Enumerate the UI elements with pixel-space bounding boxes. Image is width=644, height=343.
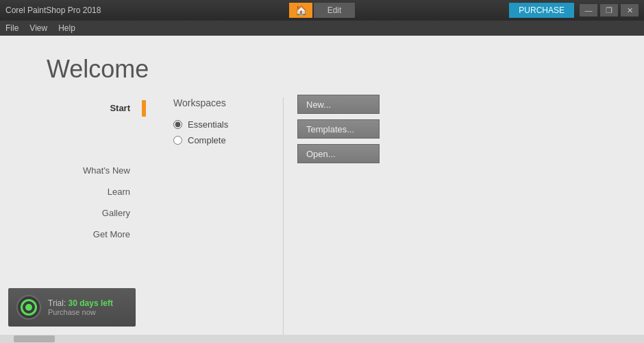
- sidebar-item-get-more[interactable]: Get More: [0, 224, 144, 245]
- sidebar-item-start[interactable]: Start: [0, 97, 144, 119]
- open-button[interactable]: Open...: [297, 144, 380, 163]
- home-button[interactable]: 🏠: [289, 3, 312, 18]
- trial-purchase-text: Purchase now: [48, 308, 127, 316]
- purchase-button[interactable]: PURCHASE: [509, 3, 574, 18]
- menu-file[interactable]: File: [5, 23, 18, 33]
- main-content: Welcome Start What's New Learn Gallery G…: [0, 36, 644, 343]
- content-area: Start What's New Learn Gallery Get More: [0, 97, 644, 335]
- sidebar-item-gallery[interactable]: Gallery: [0, 202, 144, 224]
- menu-bar: File View Help: [0, 21, 644, 36]
- sidebar-item-learn[interactable]: Learn: [0, 181, 144, 202]
- complete-option[interactable]: Complete: [173, 135, 256, 145]
- trial-icon: [16, 295, 41, 320]
- bottom-scrollbar[interactable]: [0, 335, 644, 343]
- actions-panel: New... Templates... Open...: [284, 95, 393, 335]
- complete-radio[interactable]: [173, 136, 182, 145]
- title-center-buttons: 🏠 Edit: [289, 3, 355, 18]
- menu-help[interactable]: Help: [58, 23, 75, 33]
- close-button[interactable]: ✕: [621, 4, 639, 16]
- workspaces-panel: Workspaces Essentials Complete: [146, 97, 283, 335]
- sidebar: Start What's New Learn Gallery Get More: [0, 97, 144, 335]
- trial-days-highlight: 30 days left: [69, 298, 113, 308]
- templates-button[interactable]: Templates...: [297, 119, 380, 139]
- trial-days-text: Trial: 30 days left: [48, 298, 127, 308]
- essentials-radio[interactable]: [173, 120, 182, 129]
- welcome-heading: Welcome: [0, 36, 644, 97]
- trial-text: Trial: 30 days left Purchase now: [48, 298, 127, 316]
- workspaces-title: Workspaces: [173, 97, 256, 108]
- title-bar: Corel PaintShop Pro 2018 🏠 Edit PURCHASE…: [0, 0, 644, 21]
- trial-banner[interactable]: Trial: 30 days left Purchase now: [8, 288, 136, 327]
- essentials-option[interactable]: Essentials: [173, 119, 256, 130]
- menu-view[interactable]: View: [29, 23, 47, 33]
- restore-button[interactable]: ❐: [600, 4, 618, 16]
- right-controls: PURCHASE — ❐ ✕: [509, 3, 639, 18]
- window-controls: — ❐ ✕: [580, 4, 639, 16]
- complete-label: Complete: [188, 135, 226, 145]
- sidebar-item-whats-new[interactable]: What's New: [0, 160, 144, 181]
- app-title: Corel PaintShop Pro 2018: [5, 5, 101, 15]
- scrollbar-thumb[interactable]: [14, 335, 55, 342]
- new-button[interactable]: New...: [297, 95, 380, 114]
- edit-button[interactable]: Edit: [314, 3, 355, 18]
- trial-progress-icon: [21, 299, 37, 316]
- minimize-button[interactable]: —: [580, 4, 597, 16]
- essentials-label: Essentials: [188, 119, 228, 130]
